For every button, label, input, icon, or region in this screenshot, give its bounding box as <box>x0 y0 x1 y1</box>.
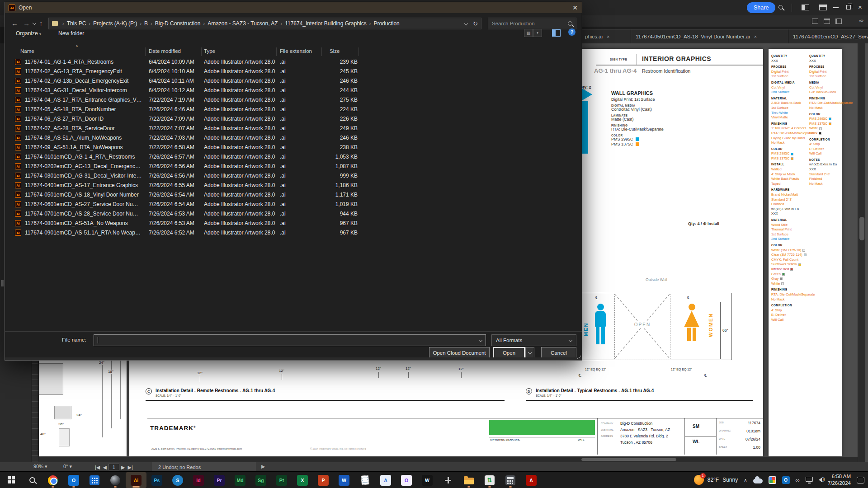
file-row[interactable]: Ai117674-05_AS-18_RTA_DoorNumber7/26/202… <box>5 105 582 114</box>
workspace-switcher-icon[interactable] <box>802 5 809 10</box>
sphere-app[interactable] <box>105 472 126 488</box>
network-icon[interactable] <box>806 477 813 482</box>
search-input[interactable]: Search Production <box>488 18 576 29</box>
file-row[interactable]: Ai117674-02_AG-13_RTA_EmergencyExit6/4/2… <box>5 67 582 76</box>
dialpad-app[interactable] <box>84 472 105 488</box>
eo-app[interactable]: O <box>396 472 417 488</box>
file-explorer[interactable] <box>458 472 479 488</box>
calculator[interactable] <box>500 472 521 488</box>
file-row[interactable]: Ai117674-04_AS-17_RTA_Entrance Graphics_… <box>5 95 582 105</box>
help-button[interactable]: ? <box>568 28 576 36</box>
file-row[interactable]: Ai117674-01_AG-1-4_RTA_Restrooms6/4/2024… <box>5 57 582 67</box>
start-button[interactable] <box>1 472 22 488</box>
column-header-size[interactable]: Size <box>330 48 340 54</box>
breadcrumb-item[interactable]: Projects (A-K) (P:) <box>92 20 138 27</box>
md-app[interactable]: Md <box>230 472 250 488</box>
file-row[interactable]: Ai117674-03_AG-31_Decal_Visitor-Intercom… <box>5 86 582 95</box>
file-row[interactable]: Ai117674-06_AS-27_RTA_Door ID7/22/2024 7… <box>5 114 582 124</box>
file-row[interactable]: Ai117674-0202emCD_AG-13_Decal_EmergencyE… <box>5 162 582 171</box>
powerpoint[interactable]: P <box>313 472 334 488</box>
column-header-ext[interactable]: File extension <box>280 48 312 54</box>
onedrive-icon[interactable] <box>753 479 763 483</box>
zoom-level[interactable]: 90% ▾ <box>33 464 47 469</box>
photos-icon[interactable] <box>769 476 776 484</box>
column-header-name[interactable]: Name <box>20 48 34 54</box>
breadcrumb-item[interactable]: Amazon - SAZ3 - Tucson, AZ <box>207 20 278 27</box>
address-bar[interactable]: › This PC›Projects (A-K) (P:)›B›Big-D Co… <box>48 18 481 29</box>
status-flyout-arrow[interactable]: ▶ <box>261 464 265 469</box>
notification-center-icon[interactable] <box>857 477 864 483</box>
forward-button[interactable]: → <box>23 19 30 27</box>
preview-pane-icon[interactable] <box>552 29 561 37</box>
acrobat[interactable]: A <box>521 472 542 488</box>
excel[interactable]: X <box>292 472 313 488</box>
file-name-input[interactable] <box>94 334 486 346</box>
breadcrumb-item[interactable]: This PC <box>66 20 87 27</box>
close-window-button[interactable]: × <box>858 4 862 10</box>
scrollbar-thumb[interactable] <box>581 458 676 461</box>
search-icon[interactable] <box>778 5 783 9</box>
collapse-panels-icon[interactable]: «» <box>859 18 863 23</box>
breadcrumb-item[interactable]: 117674_Interior Building Graphics <box>284 20 368 27</box>
sg-app[interactable]: Sg <box>250 472 271 488</box>
tab-close-icon[interactable]: × <box>754 34 757 39</box>
breadcrumb-item[interactable]: Production <box>373 20 400 27</box>
document-tab[interactable]: 117674-0601emCD_AS-27_Service Door Num <box>788 29 868 43</box>
photoshop[interactable]: Ps <box>146 472 167 488</box>
breadcrumb-item[interactable]: Big-D Construction <box>154 20 202 27</box>
view-switcher[interactable]: ▤▾ <box>524 29 542 37</box>
new-folder-button[interactable]: New folder <box>58 30 84 37</box>
restore-button[interactable] <box>846 5 851 9</box>
search-button[interactable] <box>22 472 42 488</box>
document-tab[interactable]: 117674-0501emCD_AS-18_Vinyl Door Number.… <box>631 29 788 43</box>
premiere[interactable]: Pr <box>209 472 230 488</box>
minimize-button[interactable] <box>833 7 839 8</box>
notepad-app[interactable] <box>354 472 375 488</box>
indesign[interactable]: Id <box>188 472 209 488</box>
up-button[interactable]: ↑ <box>39 19 43 27</box>
recent-locations-chevron[interactable] <box>33 21 36 25</box>
column-header-type[interactable]: Type <box>204 48 215 54</box>
a-doc-app[interactable]: A <box>375 472 396 488</box>
pt-app[interactable]: Pt <box>271 472 292 488</box>
s-app[interactable]: S <box>167 472 188 488</box>
organize-menu[interactable]: Organize ▾ <box>16 30 41 37</box>
tool-icon[interactable] <box>1 280 4 286</box>
align-icon[interactable] <box>812 19 818 24</box>
clock[interactable]: 6:58 AM 7/26/2024 <box>828 473 851 487</box>
weather-widget[interactable]: 1 82°F Sunny <box>694 475 738 485</box>
file-name-dropdown-chevron[interactable] <box>479 338 482 342</box>
transform-icon[interactable] <box>824 19 830 24</box>
tray-overflow-chevron[interactable]: ∧ <box>744 478 747 483</box>
sync-app[interactable]: ⇅ <box>479 472 500 488</box>
rotation-field[interactable]: 0° ▾ <box>63 464 72 469</box>
file-row[interactable]: Ai117674-0501emCD_AS-18_Vinyl Door Numbe… <box>5 190 582 200</box>
outlook-tray-icon[interactable]: O <box>782 476 790 484</box>
column-header-date[interactable]: Date modified <box>149 48 181 54</box>
illustrator[interactable]: Ai <box>126 472 146 488</box>
panel-options-icon[interactable] <box>835 19 842 24</box>
file-row[interactable]: Ai117674-0301emCD_AG-31_Decal_Visitor-In… <box>5 171 582 181</box>
file-row[interactable]: Ai117674-0601emCD_AS-27_Service Door Num… <box>5 200 582 209</box>
file-row[interactable]: Ai117674-07_AS-28_RTA_ServiceDoor7/22/20… <box>5 124 582 133</box>
chrome[interactable] <box>42 472 63 488</box>
file-row[interactable]: Ai117674-0101emCD_AG-1-4_RTA_Restrooms7/… <box>5 152 582 162</box>
scrollbar-thumb[interactable] <box>859 217 864 240</box>
document-tab[interactable]: phics.ai× <box>580 29 631 43</box>
dialog-close-button[interactable]: ✕ <box>572 4 578 11</box>
file-row[interactable]: Ai117674-02_AG-13b_Decal_EmergencyExit6/… <box>5 76 582 86</box>
file-row[interactable]: Ai117674-0701emCD_AS-28_Service Door Num… <box>5 209 582 219</box>
artboard-navigation[interactable]: |◀ ◀1▶ ▶| <box>95 464 133 470</box>
tab-close-icon[interactable]: × <box>607 34 609 39</box>
word[interactable]: W <box>334 472 354 488</box>
share-button[interactable]: Share <box>747 2 775 13</box>
file-row[interactable]: Ai117674-09_AS-51.1A_RTA_NoWeapons7/22/2… <box>5 143 582 152</box>
cross-app[interactable] <box>438 472 458 488</box>
w-black-app[interactable]: W <box>417 472 438 488</box>
resize-grip[interactable] <box>577 356 581 359</box>
format-select[interactable]: All Formats <box>491 334 576 346</box>
tab-overflow-button[interactable]: » <box>863 33 865 40</box>
arrange-documents-icon[interactable] <box>819 5 827 10</box>
address-dropdown-chevron[interactable] <box>464 22 468 25</box>
horizontal-scrollbar[interactable] <box>39 457 858 462</box>
